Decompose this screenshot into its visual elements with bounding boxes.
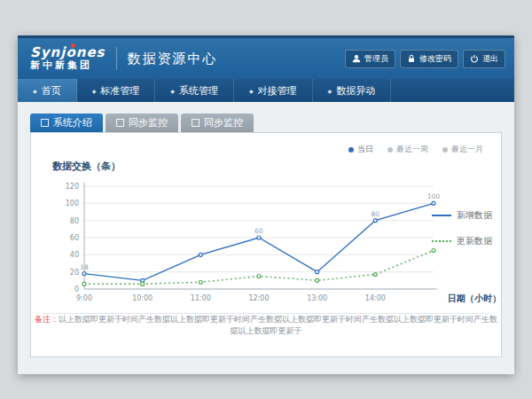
grid-icon bbox=[192, 119, 200, 127]
data-exchange-line-chart: 0204060801001209:0010:0011:0012:0013:001… bbox=[56, 177, 446, 310]
nav-item-label: 对接管理 bbox=[258, 84, 297, 98]
nav-item-system-mgmt[interactable]: ◆ 系统管理 bbox=[155, 79, 234, 102]
filter-label: 最近一周 bbox=[396, 144, 428, 155]
nav-item-label: 标准管理 bbox=[100, 84, 139, 98]
nav-diamond-icon: ◆ bbox=[33, 88, 37, 94]
legend-label: 新增数据 bbox=[457, 209, 492, 222]
power-icon bbox=[470, 54, 479, 63]
nav-item-connect-mgmt[interactable]: ◆ 对接管理 bbox=[234, 79, 313, 102]
footnote-label: 备注： bbox=[35, 315, 59, 324]
series-legend: 新增数据 更新数据 bbox=[432, 209, 492, 247]
tab-sync-monitor-2[interactable]: 同步监控 bbox=[181, 113, 254, 132]
svg-text:100: 100 bbox=[427, 192, 441, 200]
chart-y-axis-title: 数据交换（条） bbox=[52, 160, 121, 173]
svg-text:20: 20 bbox=[70, 269, 79, 277]
filter-label: 最近一月 bbox=[451, 144, 483, 155]
svg-text:60: 60 bbox=[70, 234, 79, 242]
admin-user-label: 管理员 bbox=[364, 53, 388, 65]
main-nav: ◆ 首页 ◆ 标准管理 ◆ 系统管理 ◆ 对接管理 ◆ 数据异动 bbox=[18, 79, 514, 102]
logo-subtext: 新中新集团 bbox=[30, 60, 106, 72]
change-password-label: 修改密码 bbox=[419, 53, 451, 65]
footnote: 备注：以上数据即更新于时间产生数据以上数据即更新于时间产生数据以上数据即更新于时… bbox=[31, 314, 501, 337]
nav-diamond-icon: ◆ bbox=[170, 88, 175, 94]
svg-text:80: 80 bbox=[70, 217, 79, 225]
lock-icon bbox=[407, 54, 416, 63]
radio-dot-icon bbox=[442, 147, 448, 153]
tab-label: 同步监控 bbox=[129, 116, 168, 129]
grid-icon bbox=[116, 119, 124, 127]
nav-item-label: 首页 bbox=[42, 84, 61, 98]
nav-item-home[interactable]: ◆ 首页 bbox=[18, 79, 77, 102]
filter-today[interactable]: 当日 bbox=[348, 144, 373, 155]
svg-text:40: 40 bbox=[70, 251, 79, 259]
tab-sync-monitor-1[interactable]: 同步监控 bbox=[106, 113, 178, 132]
nav-item-standard-mgmt[interactable]: ◆ 标准管理 bbox=[77, 79, 156, 102]
legend-updated-data: 更新数据 bbox=[432, 235, 492, 247]
change-password-button[interactable]: 修改密码 bbox=[400, 50, 458, 68]
grid-icon bbox=[41, 119, 49, 127]
svg-text:9:00: 9:00 bbox=[76, 294, 92, 302]
tab-label: 系统介绍 bbox=[53, 116, 92, 129]
nav-diamond-icon: ◆ bbox=[92, 88, 97, 94]
nav-item-data-change[interactable]: ◆ 数据异动 bbox=[313, 79, 392, 102]
app-title: 数据资源中心 bbox=[128, 51, 218, 67]
legend-new-data: 新增数据 bbox=[432, 209, 492, 222]
svg-text:13:00: 13:00 bbox=[307, 294, 327, 302]
blue-line-sample-icon bbox=[432, 215, 451, 216]
app-window: Synjones 新中新集团 数据资源中心 管理员 修改密码 bbox=[18, 35, 514, 374]
nav-diamond-icon: ◆ bbox=[328, 88, 332, 94]
content-area: 系统介绍 同步监控 同步监控 当日 最近一周 bbox=[18, 102, 514, 374]
header-actions: 管理员 修改密码 退出 bbox=[345, 38, 505, 79]
radio-dot-icon bbox=[387, 147, 393, 153]
svg-text:12:00: 12:00 bbox=[248, 294, 269, 302]
app-header: Synjones 新中新集团 数据资源中心 管理员 修改密码 bbox=[18, 35, 514, 79]
tab-system-intro[interactable]: 系统介绍 bbox=[30, 113, 103, 132]
filter-label: 当日 bbox=[357, 144, 373, 155]
svg-text:100: 100 bbox=[66, 200, 79, 207]
green-dotted-line-sample-icon bbox=[432, 240, 451, 242]
logout-button[interactable]: 退出 bbox=[463, 50, 505, 68]
svg-text:18: 18 bbox=[80, 263, 89, 271]
svg-text:0: 0 bbox=[74, 286, 79, 293]
tab-bar: 系统介绍 同步监控 同步监控 bbox=[18, 102, 514, 132]
company-logo: Synjones 新中新集团 bbox=[30, 45, 106, 72]
nav-item-label: 数据异动 bbox=[336, 84, 375, 98]
logout-label: 退出 bbox=[482, 53, 498, 65]
svg-text:11:00: 11:00 bbox=[191, 294, 211, 302]
svg-text:10:00: 10:00 bbox=[132, 294, 153, 302]
user-icon bbox=[352, 54, 361, 63]
filter-last-week[interactable]: 最近一周 bbox=[387, 144, 428, 155]
chart-panel: 当日 最近一周 最近一月 数据交换（条） 0204060801001209:00… bbox=[30, 132, 502, 357]
tab-label: 同步监控 bbox=[204, 116, 243, 129]
filter-last-month[interactable]: 最近一月 bbox=[442, 144, 483, 155]
logo-text: Synjones bbox=[30, 45, 106, 60]
svg-text:14:00: 14:00 bbox=[365, 294, 386, 302]
chart-x-axis-title: 日期（小时） bbox=[448, 293, 501, 305]
header-divider bbox=[116, 47, 117, 70]
footnote-text: 以上数据即更新于时间产生数据以上数据即更新于时间产生数据以上数据即更新于时间产生… bbox=[59, 315, 497, 335]
legend-label: 更新数据 bbox=[457, 235, 492, 247]
nav-item-label: 系统管理 bbox=[179, 84, 218, 98]
svg-text:80: 80 bbox=[372, 210, 380, 218]
admin-user-button[interactable]: 管理员 bbox=[345, 50, 395, 68]
time-range-filter: 当日 最近一周 最近一月 bbox=[348, 144, 483, 155]
svg-text:120: 120 bbox=[66, 183, 79, 191]
radio-dot-icon bbox=[348, 147, 354, 153]
nav-diamond-icon: ◆ bbox=[249, 88, 254, 94]
svg-text:60: 60 bbox=[254, 227, 263, 235]
